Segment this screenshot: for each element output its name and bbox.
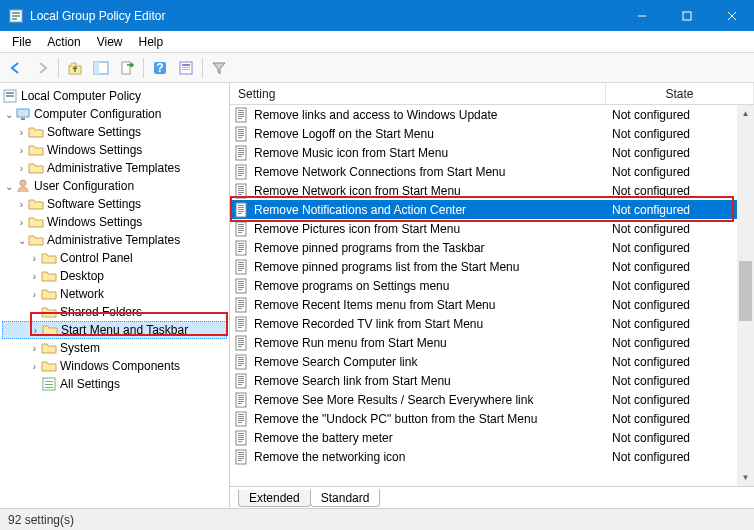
tree-label: Start Menu and Taskbar: [61, 323, 192, 337]
svg-rect-51: [238, 175, 242, 176]
tree-uc-software[interactable]: › Software Settings: [2, 195, 227, 213]
close-button[interactable]: [709, 0, 754, 31]
svg-rect-72: [238, 245, 244, 246]
tree-computer-config[interactable]: ⌄ Computer Configuration: [2, 105, 227, 123]
setting-row[interactable]: Remove Search Computer linkNot configure…: [230, 352, 754, 371]
expand-icon[interactable]: ›: [28, 343, 41, 354]
tree-start-menu-taskbar[interactable]: › Start Menu and Taskbar: [2, 321, 227, 339]
back-button[interactable]: [4, 56, 28, 80]
folder-icon: [41, 268, 57, 284]
scroll-up-button[interactable]: ▲: [737, 105, 754, 122]
scroll-track[interactable]: [737, 122, 754, 469]
forward-button[interactable]: [30, 56, 54, 80]
setting-row[interactable]: Remove the "Undock PC" button from the S…: [230, 409, 754, 428]
setting-row[interactable]: Remove links and access to Windows Updat…: [230, 105, 754, 124]
setting-row[interactable]: Remove the networking iconNot configured: [230, 447, 754, 466]
menu-help[interactable]: Help: [131, 33, 172, 51]
tree-uc-windows[interactable]: › Windows Settings: [2, 213, 227, 231]
menu-action[interactable]: Action: [39, 33, 88, 51]
svg-rect-71: [238, 243, 244, 244]
policy-item-icon: [234, 164, 250, 180]
setting-row[interactable]: Remove Music icon from Start MenuNot con…: [230, 143, 754, 162]
expand-icon[interactable]: ›: [15, 145, 28, 156]
tree-control-panel[interactable]: › Control Panel: [2, 249, 227, 267]
setting-row[interactable]: Remove pinned programs list from the Sta…: [230, 257, 754, 276]
scrollbar[interactable]: ▲ ▼: [737, 105, 754, 486]
expand-icon[interactable]: ›: [28, 271, 41, 282]
tree-system[interactable]: › System: [2, 339, 227, 357]
collapse-icon[interactable]: ⌄: [2, 181, 15, 192]
svg-rect-50: [238, 173, 244, 174]
tree-root[interactable]: Local Computer Policy: [2, 87, 227, 105]
setting-row[interactable]: Remove Network icon from Start MenuNot c…: [230, 181, 754, 200]
tree-cc-admin[interactable]: › Administrative Templates: [2, 159, 227, 177]
setting-row[interactable]: Remove Recent Items menu from Start Menu…: [230, 295, 754, 314]
setting-row[interactable]: Remove Notifications and Action CenterNo…: [230, 200, 754, 219]
expand-icon[interactable]: ›: [15, 217, 28, 228]
tree-network[interactable]: › Network: [2, 285, 227, 303]
menu-file[interactable]: File: [4, 33, 39, 51]
svg-rect-121: [238, 399, 244, 400]
tab-standard[interactable]: Standard: [310, 489, 381, 507]
setting-row[interactable]: Remove Logoff on the Start MenuNot confi…: [230, 124, 754, 143]
svg-rect-53: [238, 186, 244, 187]
expand-icon[interactable]: ›: [28, 289, 41, 300]
tree-desktop[interactable]: › Desktop: [2, 267, 227, 285]
svg-rect-43: [238, 152, 244, 153]
expand-icon[interactable]: ›: [15, 199, 28, 210]
collapse-icon[interactable]: ⌄: [15, 235, 28, 246]
expand-icon[interactable]: ›: [29, 325, 42, 336]
column-setting[interactable]: Setting: [230, 83, 606, 104]
tree-shared-folders[interactable]: Shared Folders: [2, 303, 227, 321]
setting-row[interactable]: Remove pinned programs from the TaskbarN…: [230, 238, 754, 257]
minimize-button[interactable]: [619, 0, 664, 31]
setting-row[interactable]: Remove Pictures icon from Start MenuNot …: [230, 219, 754, 238]
tree-uc-admin[interactable]: ⌄ Administrative Templates: [2, 231, 227, 249]
setting-row[interactable]: Remove Search link from Start MenuNot co…: [230, 371, 754, 390]
user-icon: [15, 178, 31, 194]
setting-row[interactable]: Remove Network Connections from Start Me…: [230, 162, 754, 181]
svg-rect-140: [238, 458, 244, 459]
tab-extended[interactable]: Extended: [238, 490, 311, 507]
up-button[interactable]: [63, 56, 87, 80]
setting-row[interactable]: Remove See More Results / Search Everywh…: [230, 390, 754, 409]
setting-row[interactable]: Remove Recorded TV link from Start MenuN…: [230, 314, 754, 333]
show-hide-tree-button[interactable]: [89, 56, 113, 80]
settings-list[interactable]: ▲ ▼ Remove links and access to Windows U…: [230, 105, 754, 486]
svg-rect-122: [238, 401, 244, 402]
column-state[interactable]: State: [606, 83, 754, 104]
expand-icon[interactable]: ›: [15, 127, 28, 138]
expand-icon[interactable]: ›: [15, 163, 28, 174]
tree-windows-components[interactable]: › Windows Components: [2, 357, 227, 375]
tree-cc-software[interactable]: › Software Settings: [2, 123, 227, 141]
folder-icon: [28, 142, 44, 158]
collapse-icon[interactable]: ⌄: [2, 109, 15, 120]
svg-rect-37: [238, 133, 244, 134]
setting-row[interactable]: Remove programs on Settings menuNot conf…: [230, 276, 754, 295]
svg-rect-59: [238, 205, 244, 206]
help-button[interactable]: ?: [148, 56, 172, 80]
svg-point-23: [20, 180, 26, 186]
scroll-thumb[interactable]: [739, 261, 752, 321]
filter-button[interactable]: [207, 56, 231, 80]
tree-user-config[interactable]: ⌄ User Configuration: [2, 177, 227, 195]
policy-item-icon: [234, 240, 250, 256]
policy-item-icon: [234, 411, 250, 427]
tree-pane[interactable]: Local Computer Policy ⌄ Computer Configu…: [0, 83, 230, 508]
tree-cc-windows[interactable]: › Windows Settings: [2, 141, 227, 159]
menu-view[interactable]: View: [89, 33, 131, 51]
setting-row[interactable]: Remove the battery meterNot configured: [230, 428, 754, 447]
setting-row[interactable]: Remove Run menu from Start MenuNot confi…: [230, 333, 754, 352]
tree-all-settings[interactable]: All Settings: [2, 375, 227, 393]
properties-button[interactable]: [174, 56, 198, 80]
expand-icon[interactable]: ›: [28, 253, 41, 264]
expand-icon[interactable]: ›: [28, 361, 41, 372]
setting-name: Remove Search Computer link: [254, 355, 606, 369]
policy-item-icon: [234, 392, 250, 408]
svg-rect-86: [238, 287, 244, 288]
scroll-down-button[interactable]: ▼: [737, 469, 754, 486]
export-button[interactable]: [115, 56, 139, 80]
svg-rect-3: [12, 18, 17, 20]
maximize-button[interactable]: [664, 0, 709, 31]
svg-rect-30: [238, 112, 244, 113]
